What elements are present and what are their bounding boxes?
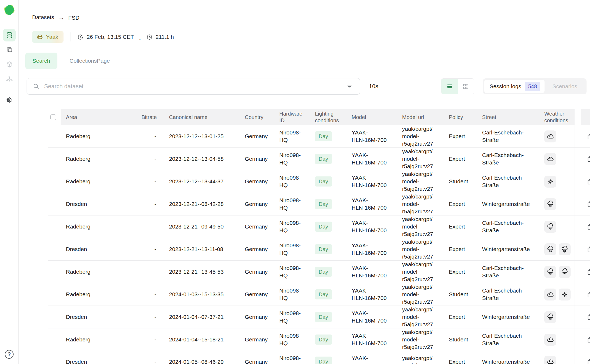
lighting-badge: Day [315, 154, 332, 164]
sidebar-item-collections[interactable] [3, 43, 16, 56]
cell-actions [575, 215, 590, 238]
table-row[interactable]: Radeberg - 2024-01-03--15-13-35 Germany … [48, 283, 590, 306]
copy-button[interactable] [585, 244, 590, 255]
column-header: Country [239, 109, 274, 125]
copy-button[interactable] [585, 312, 590, 322]
filter-icon[interactable] [345, 82, 354, 91]
tab-collections-page[interactable]: CollectionsPage [70, 58, 110, 64]
clock-refresh-icon [77, 34, 84, 40]
cell-weather-conditions [539, 351, 575, 364]
cell-canonical-name: 2023-12-12--13-01-25 [161, 125, 239, 147]
copy-button[interactable] [585, 131, 590, 142]
cell-lighting: Day [310, 261, 346, 283]
cell-street: Carl-Eschebach-Straße [477, 170, 539, 193]
table-row[interactable]: Dresden - 2023-12-21--13-11-08 Germany N… [48, 238, 590, 261]
table-header-row: AreaBitrateCanonical nameCountryHardware… [48, 109, 590, 125]
search-input[interactable] [44, 83, 340, 90]
lighting-badge: Day [315, 267, 332, 277]
copy-button[interactable] [585, 222, 590, 232]
duration-text: 211.1 h [156, 34, 174, 40]
cell-area: Radeberg [61, 283, 138, 306]
row-checkbox-cell [48, 351, 61, 364]
cell-canonical-name: 2024-01-03--15-13-35 [161, 283, 239, 306]
cell-street: Carl-Eschebach-Straße [477, 261, 539, 283]
cell-area: Radeberg [61, 170, 138, 193]
table-row[interactable]: Radeberg - 2023-12-21--13-45-53 Germany … [48, 261, 590, 283]
sidebar-item-packages[interactable] [3, 58, 16, 71]
cell-lighting: Day [310, 193, 346, 215]
list-view-button[interactable] [441, 79, 458, 94]
copy-button[interactable] [585, 267, 590, 277]
column-header: Canonical name [161, 109, 239, 125]
table-row[interactable]: Dresden - 2024-01-05--08-46-29 Germany N… [48, 351, 590, 364]
cell-model: YAAK- HLN-16M-700 [346, 238, 397, 260]
cell-bitrate: - [138, 170, 161, 193]
cell-weather-conditions [539, 170, 575, 193]
app-logo[interactable] [4, 4, 15, 15]
copy-button[interactable] [585, 335, 590, 345]
database-icon [6, 32, 13, 39]
row-checkbox-cell [48, 261, 61, 283]
cloud-icon [544, 334, 556, 346]
cell-street: Wintergartenstraße [477, 351, 539, 364]
cell-model-url: yaak/cargpt/ model- r5ajq2ru:v27 [397, 328, 444, 351]
cell-model: YAAK- HLN-16M-700 [346, 148, 397, 170]
copy-button[interactable] [585, 357, 590, 364]
car-icon [36, 33, 43, 40]
grid-view-button[interactable] [458, 79, 474, 94]
table-row[interactable]: Radeberg - 2024-01-04--15-18-21 Germany … [48, 328, 590, 351]
table-row[interactable]: Radeberg - 2023-12-21--09-49-50 Germany … [48, 215, 590, 238]
breadcrumb-datasets-link[interactable]: Datasets [32, 14, 54, 21]
sidebar-item-datasets[interactable] [3, 29, 16, 41]
drizzle-icon [544, 243, 556, 255]
cell-country: Germany [239, 328, 274, 351]
cell-hardware-id: Niro098- HQ [274, 215, 310, 238]
folders-icon [6, 46, 13, 53]
cell-actions [575, 351, 590, 364]
row-checkbox-cell [48, 193, 61, 215]
refresh-interval[interactable]: 10s [369, 83, 378, 90]
sidebar-item-graph[interactable] [3, 73, 16, 85]
breadcrumb: Datasets → FSD [32, 14, 79, 21]
table-row[interactable]: Dresden - 2024-01-04--07-37-21 Germany N… [48, 306, 590, 328]
vehicle-badge[interactable]: Yaak [32, 31, 64, 43]
table-body: Radeberg - 2023-12-12--13-01-25 Germany … [48, 125, 590, 364]
arrow-right-icon: → [58, 14, 64, 21]
recorded-at-text: 26 Feb, 13:15 CET [87, 34, 134, 40]
cell-country: Germany [239, 125, 274, 147]
cloud-icon [544, 153, 556, 165]
copy-button[interactable] [585, 154, 590, 164]
help-button[interactable]: ? [5, 350, 14, 359]
toolbar: 10s Session logs [27, 78, 587, 95]
cell-lighting: Day [310, 170, 346, 193]
rain-icon [544, 266, 556, 278]
cell-weather-conditions [539, 238, 575, 260]
sidebar-item-settings[interactable] [3, 94, 16, 106]
table-row[interactable]: Radeberg - 2023-12-12--13-04-58 Germany … [48, 148, 590, 170]
cell-policy: Student [444, 283, 477, 306]
select-all-checkbox[interactable] [50, 115, 56, 120]
cell-weather-conditions [539, 283, 575, 306]
tab-search[interactable]: Search [25, 53, 57, 69]
table-row[interactable]: Dresden - 2023-12-21--08-42-28 Germany N… [48, 193, 590, 215]
copy-button[interactable] [585, 176, 590, 187]
tab-session-logs[interactable]: Session logs 548 [484, 80, 544, 93]
cell-model-url: yaak/cargpt/ model- r5ajq2ru:v27 [397, 148, 444, 170]
cell-actions [575, 328, 590, 351]
column-header: Hardware ID [274, 109, 310, 125]
tab-scenarios[interactable]: Scenarios [545, 80, 585, 93]
cell-hardware-id: Niro098- HQ [274, 261, 310, 283]
cell-canonical-name: 2023-12-12--13-04-58 [161, 148, 239, 170]
copy-button[interactable] [585, 289, 590, 300]
cell-bitrate: - [138, 238, 161, 260]
table-row[interactable]: Radeberg - 2023-12-12--13-44-37 Germany … [48, 170, 590, 193]
table-row[interactable]: Radeberg - 2023-12-12--13-01-25 Germany … [48, 125, 590, 148]
cell-country: Germany [239, 193, 274, 215]
copy-button[interactable] [585, 199, 590, 209]
cell-canonical-name: 2024-01-04--07-37-21 [161, 306, 239, 328]
cell-country: Germany [239, 283, 274, 306]
cell-policy: Expert [444, 215, 477, 238]
cell-weather-conditions [539, 193, 575, 215]
cell-model: YAAK- HLN-16M-700 [346, 283, 397, 306]
cell-bitrate: - [138, 306, 161, 328]
